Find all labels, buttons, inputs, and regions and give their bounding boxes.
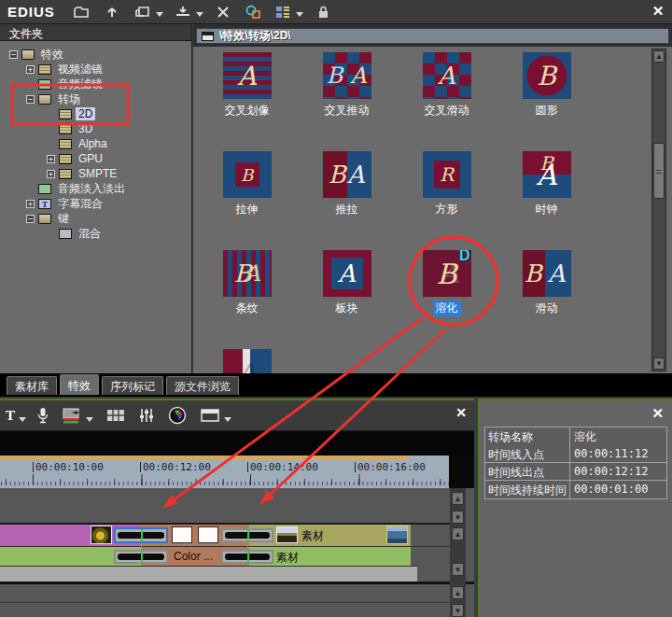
scroll-up-icon[interactable]: ▲	[653, 50, 665, 63]
export-monitor-icon[interactable]	[62, 405, 82, 426]
tree-item-音频淡入淡出[interactable]: 音频淡入淡出	[0, 181, 191, 196]
tree-item-特效[interactable]: −特效	[0, 47, 191, 62]
text-tool-icon[interactable]: T	[6, 405, 15, 426]
video-track-2[interactable]: Color ... 素材	[0, 546, 450, 566]
import-icon[interactable]	[173, 3, 193, 21]
effect-thumbnail[interactable]	[323, 250, 371, 297]
effect-thumbnail[interactable]	[323, 52, 371, 99]
effect-thumbnail[interactable]	[423, 151, 471, 198]
panel-caret-icon[interactable]	[224, 417, 231, 422]
effect-thumbnail[interactable]	[423, 52, 471, 99]
effect-item-交叉滑动[interactable]: 交叉滑动	[397, 48, 497, 147]
info-close-button[interactable]: ✕	[651, 405, 664, 422]
effect-thumbnail[interactable]	[323, 151, 371, 198]
duplicate-caret-icon[interactable]	[156, 12, 163, 17]
effects-scrollbar[interactable]: ▲ ▼	[651, 49, 666, 372]
expand-icon[interactable]: −	[9, 50, 18, 59]
window-close-button[interactable]: ✕	[650, 3, 666, 20]
effect-item-时钟[interactable]: 时钟	[497, 147, 596, 245]
effect-thumbnail[interactable]	[523, 151, 571, 198]
transition-track2-2[interactable]	[221, 550, 273, 564]
tree-item-字幕混合[interactable]: +T字幕混合	[0, 196, 191, 211]
mixer-icon[interactable]	[138, 405, 155, 426]
expand-icon[interactable]: +	[47, 155, 55, 163]
scroll-up-icon[interactable]: ▲	[452, 527, 464, 540]
delete-icon[interactable]	[213, 3, 233, 21]
tree-item-音频滤镜[interactable]: 音频滤镜	[0, 77, 191, 91]
expand-icon[interactable]: −	[26, 215, 35, 223]
tree-item-视频滤镜[interactable]: +视频滤镜	[0, 62, 191, 77]
effect-item-交叉推动[interactable]: 交叉推动	[297, 48, 397, 147]
clip-white-1[interactable]	[172, 526, 192, 543]
tab-effect[interactable]: 特效	[60, 374, 99, 395]
panel-icon[interactable]	[200, 405, 220, 426]
up-arrow-icon[interactable]	[102, 3, 122, 21]
tree-item-3D[interactable]: 3D	[0, 121, 191, 136]
effect-item-溶化[interactable]: D溶化	[397, 245, 497, 344]
scroll-down-icon[interactable]: ▼	[653, 358, 665, 370]
effect-thumbnail[interactable]	[523, 52, 571, 99]
tree-item-GPU[interactable]: +GPU	[0, 151, 191, 166]
transition-track2-1[interactable]	[114, 550, 168, 564]
tree-item-键[interactable]: −键	[0, 211, 191, 226]
clip-white-2[interactable]	[198, 526, 218, 543]
expand-icon[interactable]: −	[26, 95, 35, 104]
tree-item-2D[interactable]: 2D	[0, 106, 191, 121]
scroll-down-icon[interactable]: ▼	[452, 604, 464, 617]
effect-item-条纹[interactable]: 条纹	[197, 245, 297, 344]
view-mode-icon[interactable]	[273, 3, 293, 21]
effect-item-交叉划像[interactable]: 交叉划像	[197, 48, 297, 147]
scrollbar-thumb[interactable]	[653, 143, 665, 199]
effect-label: 溶化	[433, 301, 461, 316]
info-label: 时间线出点	[485, 463, 570, 480]
tree-item-混合[interactable]: 混合	[0, 226, 191, 241]
transition-dissolve-2[interactable]	[221, 528, 273, 542]
mic-icon[interactable]	[37, 405, 49, 426]
folder-icon[interactable]	[71, 3, 91, 21]
effect-item-推拉[interactable]: 推拉	[297, 147, 397, 245]
video-track-1[interactable]: 素材	[0, 525, 450, 546]
effect-thumbnail[interactable]	[223, 250, 272, 297]
audio-track-area-2[interactable]	[0, 602, 450, 617]
scroll-down-icon[interactable]: ▼	[452, 563, 464, 576]
expand-icon[interactable]: +	[26, 65, 35, 74]
effect-item-拉伸[interactable]: 拉伸	[197, 147, 297, 245]
tree-item-Alpha[interactable]: Alpha	[0, 136, 191, 151]
export-caret-icon[interactable]	[86, 417, 93, 422]
scroll-down-icon[interactable]: ▼	[452, 511, 464, 524]
tree-item-SMPTE[interactable]: +SMPTE	[0, 166, 191, 181]
tab-sequence-marker[interactable]: 序列标记	[102, 376, 163, 395]
audio-track-area-1[interactable]	[0, 584, 450, 601]
palette-tab-bar: 素材库特效序列标记源文件浏览	[0, 373, 672, 397]
expand-icon[interactable]: +	[47, 170, 55, 178]
import-caret-icon[interactable]	[196, 12, 203, 17]
expand-icon[interactable]: +	[26, 200, 35, 208]
effect-item-partial[interactable]	[197, 344, 297, 373]
timeline-ruler[interactable]: 00:00:10:0000:00:12:0000:00:14:0000:00:1…	[0, 456, 449, 488]
add-transition-icon[interactable]	[244, 3, 264, 21]
lock-icon[interactable]	[313, 3, 333, 21]
info-row: 时间线出点00:00:12:12	[485, 463, 666, 481]
effect-thumbnail[interactable]: D	[423, 250, 471, 297]
timeline-scrollbar[interactable]: ▲ ▼ ▲ ▼ ▲ ▼	[450, 488, 466, 617]
text-tool-caret-icon[interactable]	[19, 417, 26, 422]
effect-thumbnail[interactable]	[523, 250, 571, 297]
duplicate-bin-icon[interactable]	[133, 3, 153, 21]
effect-item-方形[interactable]: 方形	[397, 147, 497, 245]
tab-source-browser[interactable]: 源文件浏览	[166, 376, 239, 395]
transition-dissolve-1[interactable]	[114, 527, 168, 543]
effect-thumbnail[interactable]	[223, 151, 272, 198]
view-caret-icon[interactable]	[296, 12, 303, 17]
effect-item-板块[interactable]: 板块	[297, 245, 397, 344]
effect-item-圆形[interactable]: 圆形	[497, 48, 596, 147]
timeline-close-button[interactable]: ✕	[455, 405, 467, 420]
tree-item-转场[interactable]: −转场	[0, 91, 191, 106]
effect-thumbnail[interactable]	[223, 349, 272, 373]
scroll-up-icon[interactable]: ▲	[452, 586, 464, 599]
vectorscope-icon[interactable]	[168, 405, 187, 426]
scroll-up-icon[interactable]: ▲	[452, 492, 464, 505]
effect-thumbnail[interactable]	[223, 52, 272, 99]
grid-icon[interactable]	[106, 405, 125, 426]
tab-bin[interactable]: 素材库	[7, 376, 57, 395]
effect-item-滑动[interactable]: 滑动	[497, 245, 596, 344]
